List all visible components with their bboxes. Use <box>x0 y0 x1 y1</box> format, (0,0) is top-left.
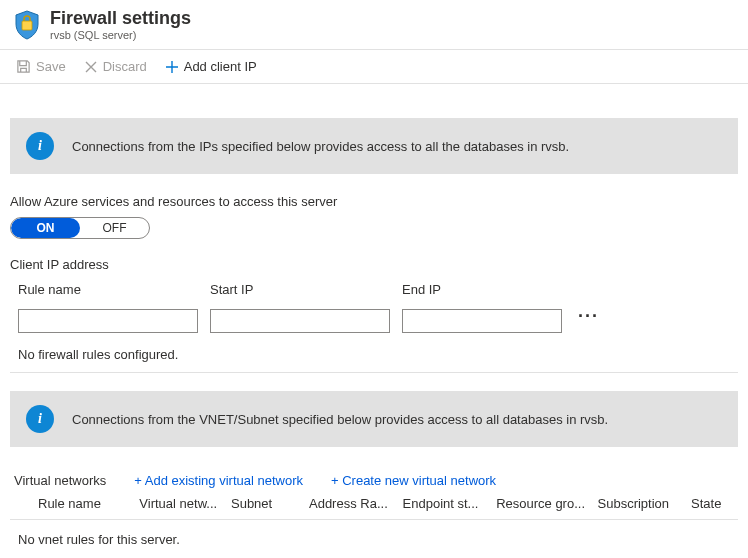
discard-label: Discard <box>103 59 147 74</box>
toggle-off: OFF <box>80 218 149 238</box>
add-existing-vnet-button[interactable]: + Add existing virtual network <box>134 473 303 488</box>
vnet-empty-message: No vnet rules for this server. <box>10 520 738 558</box>
col-virtual-network: Virtual netw... <box>139 496 227 511</box>
allow-azure-toggle[interactable]: ON OFF <box>10 217 150 239</box>
client-ip-label: Client IP address <box>10 257 738 272</box>
shield-icon <box>14 10 40 43</box>
col-subnet: Subnet <box>231 496 305 511</box>
vnet-header: Virtual networks + Add existing virtual … <box>10 473 738 488</box>
col-rule-name: Rule name <box>38 496 135 511</box>
close-icon <box>84 60 98 74</box>
title-block: Firewall settings rvsb (SQL server) <box>50 8 191 41</box>
vnet-info-banner: i Connections from the VNET/Subnet speci… <box>10 391 738 447</box>
rule-name-input[interactable] <box>18 309 198 333</box>
add-client-ip-button[interactable]: Add client IP <box>163 56 259 77</box>
firewall-empty-message: No firewall rules configured. <box>10 343 738 373</box>
rule-name-header: Rule name <box>18 282 198 303</box>
page-subtitle: rvsb (SQL server) <box>50 29 191 41</box>
end-ip-input[interactable] <box>402 309 562 333</box>
start-ip-input[interactable] <box>210 309 390 333</box>
page-header: Firewall settings rvsb (SQL server) <box>0 0 748 50</box>
firewall-rule-row: Rule name Start IP End IP ··· <box>10 282 738 343</box>
col-address-range: Address Ra... <box>309 496 399 511</box>
add-client-ip-label: Add client IP <box>184 59 257 74</box>
discard-button[interactable]: Discard <box>82 56 149 77</box>
vnet-table-header: Rule name Virtual netw... Subnet Address… <box>10 494 738 520</box>
col-endpoint-status: Endpoint st... <box>403 496 493 511</box>
start-ip-header: Start IP <box>210 282 390 303</box>
page-title: Firewall settings <box>50 8 191 29</box>
col-subscription: Subscription <box>598 496 688 511</box>
save-icon <box>16 59 31 74</box>
toolbar: Save Discard Add client IP <box>0 50 748 84</box>
info-icon: i <box>26 132 54 160</box>
toggle-on: ON <box>11 218 80 238</box>
info-icon: i <box>26 405 54 433</box>
ip-info-banner: i Connections from the IPs specified bel… <box>10 118 738 174</box>
col-state: State <box>691 496 730 511</box>
vnet-label: Virtual networks <box>14 473 106 488</box>
svg-rect-0 <box>22 21 32 30</box>
end-ip-header: End IP <box>402 282 562 303</box>
save-button[interactable]: Save <box>14 56 68 77</box>
allow-azure-label: Allow Azure services and resources to ac… <box>10 194 738 209</box>
save-label: Save <box>36 59 66 74</box>
rule-more-button[interactable]: ··· <box>574 302 603 331</box>
ip-banner-text: Connections from the IPs specified below… <box>72 139 569 154</box>
col-resource-group: Resource gro... <box>496 496 593 511</box>
vnet-banner-text: Connections from the VNET/Subnet specifi… <box>72 412 608 427</box>
create-new-vnet-button[interactable]: + Create new virtual network <box>331 473 496 488</box>
plus-icon <box>165 60 179 74</box>
